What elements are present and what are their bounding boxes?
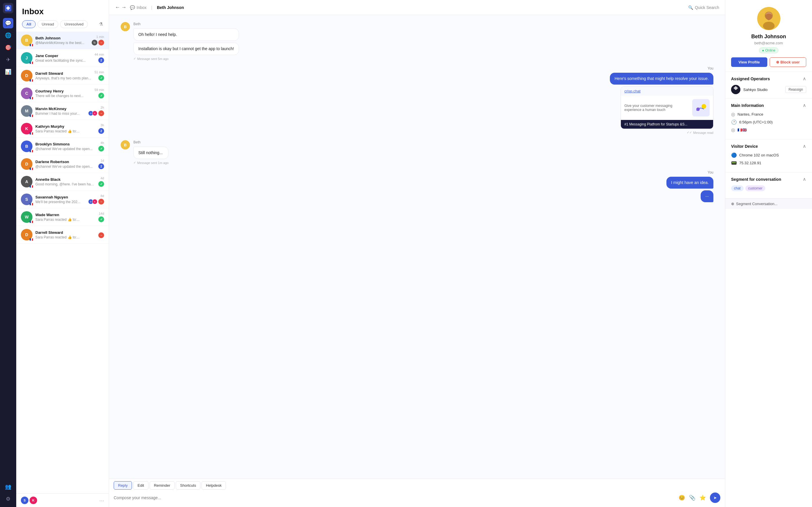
message-sender-4: You bbox=[708, 170, 713, 174]
link-card-url[interactable]: crisp.chat bbox=[621, 87, 713, 96]
conv-meta: 1d 2 bbox=[98, 159, 104, 169]
conv-badge: ✓ bbox=[98, 181, 104, 187]
online-badge: ● Online bbox=[759, 48, 779, 53]
conv-time: 1d bbox=[101, 159, 104, 162]
flag-badge: 🇫🇷 bbox=[30, 221, 33, 223]
forward-button[interactable]: → bbox=[121, 4, 126, 10]
conv-meta: 8d S K → bbox=[88, 194, 104, 205]
message-body-1: Beth Oh hello! I need help. Installation… bbox=[134, 22, 239, 61]
main-information-header[interactable]: Main Information ∧ bbox=[731, 103, 806, 108]
conv-preview: @channel We've updated the open... bbox=[35, 165, 95, 169]
conversation-item[interactable]: K 🇫🇷 Kathryn Murphy Sara Parras reacted … bbox=[16, 120, 109, 137]
avatar-wrap: D 🇫🇷 bbox=[21, 158, 33, 170]
reply-button[interactable]: Reply bbox=[114, 481, 132, 490]
message-sender-2: You bbox=[708, 66, 713, 70]
conversation-item[interactable]: M 🇫🇷 Marvin McKinney Bummer I had to mis… bbox=[16, 102, 109, 120]
clock-icon: 🕐 bbox=[731, 119, 737, 125]
chat-panel: ← → 💬 Inbox | Beth Johnson 🔍 Quick Searc… bbox=[109, 0, 725, 507]
conv-mini-avatars: S K bbox=[88, 199, 97, 204]
emoji-icon[interactable]: 😊 bbox=[678, 495, 685, 501]
conversation-item[interactable]: W 🇫🇷 Wade Warren Sara Parras reacted 👍 t… bbox=[16, 208, 109, 226]
chat-toolbar: Reply Edit Reminder Shortcuts Helpdesk bbox=[109, 478, 725, 490]
conversation-item[interactable]: D 🇫🇷 Darrell Steward Anyways, that's my … bbox=[16, 67, 109, 84]
conversation-item[interactable]: D 🇫🇷 Darlene Robertson @channel We've up… bbox=[16, 155, 109, 173]
svg-point-3 bbox=[696, 108, 700, 111]
conv-content: Wade Warren Sara Parras reacted 👍 to:... bbox=[35, 213, 95, 222]
view-profile-button[interactable]: View Profile bbox=[731, 57, 767, 67]
message-sender-3: Beth bbox=[134, 140, 168, 144]
edit-button[interactable]: Edit bbox=[133, 481, 148, 490]
conv-name: Wade Warren bbox=[35, 213, 95, 217]
nav-chart-icon[interactable]: 📊 bbox=[3, 67, 13, 77]
nav-users-icon[interactable]: 👥 bbox=[3, 482, 13, 492]
block-icon: ⊗ bbox=[776, 60, 779, 64]
conversation-item[interactable]: S 🇫🇷 Savannah Nguyen We'll be presenting… bbox=[16, 191, 109, 208]
app-logo[interactable] bbox=[3, 3, 13, 13]
conversation-item[interactable]: B 🇫🇷 Brooklyn Simmons @channel We've upd… bbox=[16, 137, 109, 155]
visitor-device-header[interactable]: Visitor Device ∧ bbox=[731, 144, 806, 149]
ip-row: 📟 75.32.128.91 bbox=[731, 160, 806, 166]
block-user-button[interactable]: ⊗ Block user bbox=[770, 57, 807, 67]
helpdesk-button[interactable]: Helpdesk bbox=[202, 481, 226, 490]
flag-icon: ◎ bbox=[731, 127, 735, 133]
assigned-operators-header[interactable]: Assigned Operators ∧ bbox=[731, 76, 806, 81]
quick-search-button[interactable]: 🔍 Quick Search bbox=[688, 5, 719, 10]
message-status-2: ✓✓ Message read bbox=[687, 131, 713, 134]
link-card-text: Give your customer messaging experience … bbox=[624, 104, 689, 112]
visitor-device-title: Visitor Device bbox=[731, 144, 758, 149]
add-segment-icon: ⊕ bbox=[731, 202, 734, 206]
conversation-item[interactable]: J 🇫🇷 Jane Cooper Great work facilitating… bbox=[16, 49, 109, 67]
message-group-3: B Beth Still nothing... ✓ Message sent 1… bbox=[121, 140, 713, 165]
message-status-3: ✓ Message sent 1m ago bbox=[134, 161, 168, 165]
conv-badge: 2 bbox=[98, 163, 104, 169]
shortcuts-button[interactable]: Shortcuts bbox=[176, 481, 200, 490]
nav-chat-icon[interactable]: 💬 bbox=[3, 18, 13, 29]
conv-content: Courtney Henry There will be changes to … bbox=[35, 89, 92, 98]
main-information-toggle[interactable]: ∧ bbox=[803, 103, 806, 108]
send-button[interactable]: ➤ bbox=[710, 493, 720, 503]
visitor-device-toggle[interactable]: ∧ bbox=[803, 144, 806, 149]
reassign-button[interactable]: Reassign bbox=[785, 86, 806, 93]
conv-content: Beth Johnson @MarvinMcKinney is the best… bbox=[35, 36, 89, 45]
link-card-image bbox=[692, 99, 710, 116]
conversation-item[interactable]: C 🇫🇷 Courtney Henry There will be change… bbox=[16, 84, 109, 102]
filter-unresolved-button[interactable]: Unresolved bbox=[60, 20, 88, 28]
avatar-wrap: M 🇫🇷 bbox=[21, 105, 33, 117]
assigned-operators-toggle[interactable]: ∧ bbox=[803, 76, 806, 81]
back-button[interactable]: ← bbox=[115, 4, 120, 10]
inbox-filters: All Unread Unresolved ⚗ bbox=[22, 20, 103, 28]
conv-content: Brooklyn Simmons @channel We've updated … bbox=[35, 142, 95, 151]
segment-header[interactable]: Segment for conversation ∧ bbox=[731, 176, 806, 182]
add-segment-button[interactable]: ⊕ Segment Conversation... bbox=[725, 199, 812, 209]
message-bubble-1b: Installation is okay but I cannot get th… bbox=[134, 43, 239, 55]
filter-unread-button[interactable]: Unread bbox=[37, 20, 59, 28]
nav-globe-icon[interactable]: 🌐 bbox=[3, 30, 13, 41]
tag-customer[interactable]: customer bbox=[745, 185, 765, 191]
attach-icon[interactable]: 📎 bbox=[689, 495, 696, 501]
conversation-item[interactable]: A 🇫🇷 Annette Black Good morning, @here. … bbox=[16, 173, 109, 191]
chat-messages: B Beth Oh hello! I need help. Installati… bbox=[109, 15, 725, 478]
star-icon[interactable]: ⭐ bbox=[700, 495, 706, 501]
conv-preview: Anyways, that's my two cents plan... bbox=[35, 76, 92, 80]
filter-all-button[interactable]: All bbox=[22, 20, 36, 28]
nav-target-icon[interactable]: 🎯 bbox=[3, 42, 13, 53]
profile-email: beth@acme.com bbox=[754, 41, 783, 45]
conv-meta: 59 min ✓ bbox=[95, 88, 104, 99]
conv-time: 8d bbox=[101, 194, 104, 198]
nav-settings-icon[interactable]: ⚙ bbox=[3, 494, 13, 504]
filter-icon-button[interactable]: ⚗ bbox=[99, 21, 103, 27]
conv-meta: 44 min 2 bbox=[95, 53, 104, 63]
conversation-item[interactable]: D 🇫🇷 Darrell Steward Sara Parras reacted… bbox=[16, 226, 109, 244]
main-information-section: Main Information ∧ ◎ Nantes, France 🕐 6:… bbox=[725, 99, 812, 139]
chat-breadcrumb-name: Beth Johnson bbox=[157, 5, 184, 10]
nav-send-icon[interactable]: ✈ bbox=[3, 54, 13, 65]
more-options-button[interactable]: ··· bbox=[99, 497, 104, 504]
conversation-item[interactable]: B 🇫🇷 Beth Johnson @MarvinMcKinney is the… bbox=[16, 32, 109, 49]
tag-chat[interactable]: chat bbox=[731, 185, 744, 191]
reminder-button[interactable]: Reminder bbox=[150, 481, 174, 490]
message-group-2: You Here's something that might help res… bbox=[121, 66, 713, 134]
search-icon: 🔍 bbox=[688, 5, 693, 10]
segment-toggle[interactable]: ∧ bbox=[803, 176, 806, 182]
avatar-wrap: S 🇫🇷 bbox=[21, 193, 33, 205]
compose-input[interactable] bbox=[114, 495, 676, 500]
